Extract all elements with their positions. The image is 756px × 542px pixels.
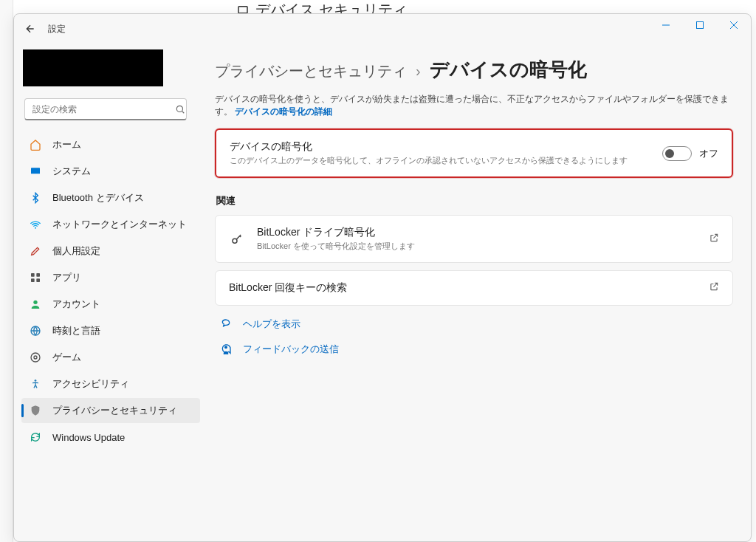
toggle-knob (665, 149, 674, 158)
main-content: プライバシーとセキュリティ › デバイスの暗号化 デバイスの暗号化を使うと、デバ… (206, 44, 751, 541)
svg-point-7 (176, 106, 182, 112)
sidebar-item-accounts[interactable]: アカウント (21, 292, 200, 317)
sidebar-item-accessibility[interactable]: アクセシビリティ (21, 371, 200, 397)
svg-point-10 (35, 227, 36, 229)
time-language-icon (29, 324, 42, 337)
sidebar-item-label: システム (52, 165, 91, 178)
sidebar-item-privacy-security[interactable]: プライバシーとセキュリティ (21, 398, 200, 423)
device-encryption-card: デバイスの暗号化 このデバイス上のデータを暗号化して、オフラインの承認されていな… (215, 128, 733, 178)
network-icon (29, 218, 42, 231)
encryption-toggle[interactable] (662, 146, 692, 161)
section-related-label: 関連 (216, 194, 733, 207)
maximize-button[interactable] (683, 14, 717, 36)
help-link[interactable]: ヘルプを表示 (219, 318, 733, 331)
help-icon (219, 318, 233, 330)
svg-rect-11 (31, 273, 35, 277)
svg-point-15 (33, 301, 37, 304)
svg-rect-4 (697, 22, 704, 29)
minimize-button[interactable] (649, 14, 683, 36)
svg-line-8 (182, 112, 185, 114)
svg-point-18 (34, 356, 37, 359)
page-description: デバイスの暗号化を使うと、デバイスが紛失または盗難に遭った場合に、不正なアクセス… (215, 93, 733, 118)
user-account-block[interactable] (23, 49, 163, 86)
sidebar-item-time-language[interactable]: 時刻と言語 (21, 318, 200, 343)
sidebar-item-label: ホーム (52, 138, 81, 151)
sidebar-item-home[interactable]: ホーム (21, 132, 200, 157)
accounts-icon (29, 298, 42, 311)
shield-icon (29, 404, 42, 417)
sidebar-item-gaming[interactable]: ゲーム (21, 345, 200, 370)
learn-more-link[interactable]: デバイスの暗号化の詳細 (235, 106, 332, 117)
titlebar: 設定 (14, 14, 751, 44)
sidebar-item-label: アカウント (52, 298, 100, 311)
svg-point-20 (233, 239, 237, 243)
feedback-link[interactable]: フィードバックの送信 (219, 343, 733, 356)
card-title: BitLocker ドライブ暗号化 (257, 226, 697, 239)
feedback-icon (219, 343, 233, 355)
key-icon (229, 233, 245, 246)
page-title: デバイスの暗号化 (430, 57, 587, 83)
svg-rect-0 (238, 6, 247, 13)
card-subtitle: このデバイス上のデータを暗号化して、オフラインの承認されていないアクセスから保護… (230, 155, 650, 166)
sidebar-item-personalization[interactable]: 個人用設定 (21, 239, 200, 264)
bluetooth-icon (29, 191, 42, 205)
external-link-icon (709, 233, 719, 246)
window-title: 設定 (48, 23, 66, 35)
external-link-icon (709, 281, 719, 295)
sidebar-item-label: プライバシーとセキュリティ (52, 404, 177, 417)
sidebar: ホーム システム Bluetooth とデバイス ネットワークとインターネット … (14, 44, 206, 541)
svg-point-17 (31, 353, 40, 362)
svg-rect-12 (36, 273, 40, 277)
svg-point-21 (225, 346, 227, 349)
svg-point-19 (35, 380, 37, 382)
sidebar-item-label: アクセシビリティ (52, 377, 129, 391)
svg-rect-14 (36, 278, 40, 282)
background-app-strip (0, 0, 13, 542)
sidebar-item-label: アプリ (52, 271, 81, 284)
card-title: デバイスの暗号化 (230, 140, 650, 154)
sidebar-item-label: Windows Update (52, 432, 125, 443)
sidebar-item-label: 個人用設定 (52, 244, 100, 258)
search-input[interactable] (24, 98, 187, 120)
link-label: ヘルプを表示 (243, 318, 300, 331)
svg-rect-9 (31, 168, 40, 174)
search-box (24, 98, 200, 120)
update-icon (29, 430, 42, 444)
sidebar-item-apps[interactable]: アプリ (21, 265, 200, 290)
close-button[interactable] (717, 14, 751, 36)
chevron-right-icon: › (416, 63, 421, 80)
system-icon (29, 165, 42, 178)
sidebar-item-label: ネットワークとインターネット (52, 218, 187, 231)
accessibility-icon (29, 377, 42, 391)
personalization-icon (29, 244, 42, 258)
svg-rect-13 (31, 278, 35, 282)
link-label: フィードバックの送信 (243, 343, 339, 356)
home-icon (29, 138, 42, 151)
sidebar-item-label: ゲーム (52, 351, 81, 364)
bitlocker-recovery-card[interactable]: BitLocker 回復キーの検索 (215, 270, 733, 306)
breadcrumb: プライバシーとセキュリティ › デバイスの暗号化 (215, 57, 733, 83)
apps-icon (29, 271, 42, 284)
sidebar-item-bluetooth[interactable]: Bluetooth とデバイス (21, 185, 200, 210)
toggle-state-label: オフ (699, 147, 718, 160)
sidebar-item-label: 時刻と言語 (52, 324, 100, 337)
breadcrumb-parent[interactable]: プライバシーとセキュリティ (215, 61, 407, 81)
sidebar-item-label: Bluetooth とデバイス (52, 191, 144, 205)
bitlocker-card[interactable]: BitLocker ドライブ暗号化 BitLocker を使って暗号化設定を管理… (215, 215, 733, 263)
sidebar-item-windows-update[interactable]: Windows Update (21, 425, 200, 450)
card-title: BitLocker 回復キーの検索 (229, 281, 697, 295)
card-subtitle: BitLocker を使って暗号化設定を管理します (257, 241, 697, 252)
settings-window: 設定 ホーム (13, 13, 752, 542)
back-button[interactable] (23, 21, 38, 36)
sidebar-item-system[interactable]: システム (21, 159, 200, 184)
search-icon (175, 104, 185, 117)
sidebar-item-network[interactable]: ネットワークとインターネット (21, 212, 200, 237)
gaming-icon (29, 351, 42, 364)
